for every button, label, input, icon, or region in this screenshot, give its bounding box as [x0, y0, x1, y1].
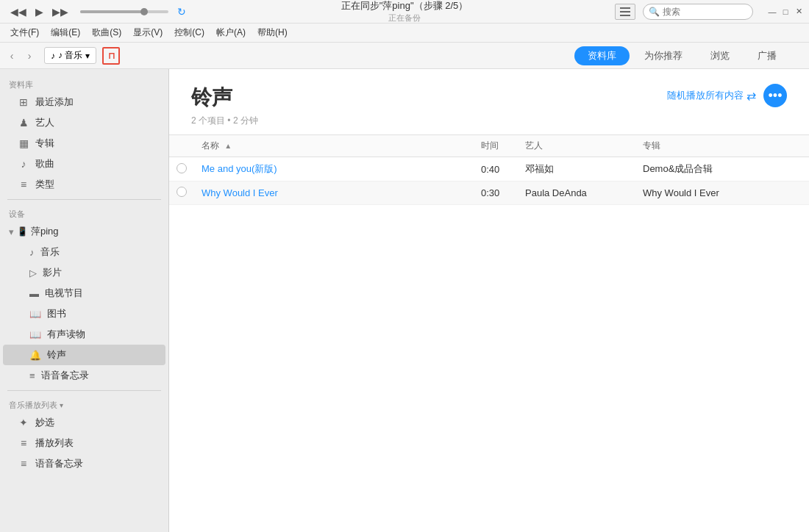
track-artist: 邓福如 [518, 157, 635, 181]
content-area: 铃声 2 个项目 • 2 分钟 随机播放所有内容 ⇄ ••• 名称 [169, 69, 809, 532]
sidebar-item-voice-playlist-label: 语音备忘录 [35, 457, 83, 470]
progress-knob [140, 8, 148, 15]
sub-voicememos-icon: ≡ [29, 370, 35, 381]
track-checkbox[interactable] [177, 163, 187, 173]
track-time: 0:40 [474, 157, 518, 181]
sidebar-item-songs-label: 歌曲 [35, 157, 54, 170]
sidebar-item-genres[interactable]: ≡ 类型 [3, 174, 165, 195]
sidebar-device[interactable]: ▾ 📱 萍ping [0, 221, 168, 242]
sidebar-sub-movies[interactable]: ▷ 影片 [3, 262, 165, 283]
sidebar-item-playlist-label: 播放列表 [35, 436, 74, 450]
th-album[interactable]: 专辑 [635, 135, 809, 157]
sidebar-sub-ringtones[interactable]: 🔔 铃声 [3, 345, 165, 365]
fast-forward-button[interactable]: ▶▶ [49, 4, 71, 19]
sidebar-item-albums[interactable]: ▦ 专辑 [3, 133, 165, 154]
sub-tv-icon: ▬ [29, 288, 39, 299]
nav-forward-button[interactable]: › [22, 48, 37, 63]
tab-library[interactable]: 资料库 [574, 46, 630, 65]
sidebar-sub-music-label: 音乐 [40, 245, 60, 259]
category-selector[interactable]: ♪ ♪ 音乐 ▾ [44, 47, 96, 64]
tab-browse[interactable]: 浏览 [697, 46, 743, 65]
playlist-expand-icon: ▾ [60, 401, 63, 409]
menu-control[interactable]: 控制(C) [168, 25, 210, 40]
track-name[interactable]: Why Would I Ever [202, 187, 278, 198]
track-name[interactable]: Me and you(新版) [202, 163, 277, 174]
category-dropdown-icon: ▾ [85, 51, 90, 61]
title-bar-right: 🔍 — □ ✕ [615, 4, 809, 20]
sidebar-item-genres-label: 类型 [35, 178, 54, 191]
track-album: Why Would I Ever [635, 181, 809, 205]
menu-edit[interactable]: 编辑(E) [45, 25, 86, 40]
sidebar-item-genius-label: 妙选 [35, 416, 54, 429]
track-album: Demo&成品合辑 [635, 157, 809, 181]
sidebar-divider-1 [7, 199, 161, 200]
content-header-right: 随机播放所有内容 ⇄ ••• [667, 84, 787, 107]
close-button[interactable]: ✕ [793, 6, 805, 18]
more-button[interactable]: ••• [763, 84, 787, 107]
main-layout: 资料库 ⊞ 最近添加 ♟ 艺人 ▦ 专辑 ♪ 歌曲 ≡ 类型 设备 ▾ 📱 萍p… [0, 69, 809, 532]
tab-recommended[interactable]: 为你推荐 [631, 46, 696, 65]
sidebar-item-artists[interactable]: ♟ 艺人 [3, 112, 165, 133]
list-view-button[interactable] [615, 4, 635, 20]
sort-arrow-icon: ▲ [224, 142, 232, 150]
sidebar-sub-audiobooks-label: 有声读物 [47, 328, 85, 341]
sync-subtitle: 正在备份 [341, 12, 468, 24]
menu-help[interactable]: 帮助(H) [252, 25, 293, 40]
artists-icon: ♟ [18, 117, 29, 129]
sidebar-sub-audiobooks[interactable]: 📖 有声读物 [3, 324, 165, 345]
sub-audiobooks-icon: 📖 [29, 329, 41, 340]
progress-bar[interactable] [80, 10, 168, 13]
sync-status: 正在同步"萍ping"（步骤 2/5） 正在备份 [341, 0, 468, 24]
progress-fill [80, 10, 142, 13]
albums-icon: ▦ [18, 137, 29, 149]
sync-title: 正在同步"萍ping"（步骤 2/5） [341, 0, 468, 12]
sidebar-item-songs[interactable]: ♪ 歌曲 [3, 154, 165, 174]
songs-icon: ♪ [18, 158, 29, 170]
minimize-button[interactable]: — [766, 6, 778, 18]
menu-bar: 文件(F) 编辑(E) 歌曲(S) 显示(V) 控制(C) 帐户(A) 帮助(H… [0, 24, 809, 43]
sidebar-item-playlist[interactable]: ≡ 播放列表 [3, 433, 165, 453]
page-subtitle: 2 个项目 • 2 分钟 [191, 115, 258, 127]
sidebar-item-genius[interactable]: ✦ 妙选 [3, 412, 165, 433]
nav-bar: ‹ › ♪ ♪ 音乐 ▾ ⊓ 资料库 为你推荐 浏览 广播 [0, 43, 809, 69]
rewind-button[interactable]: ◀◀ [7, 4, 29, 19]
sidebar-sub-tv-label: 电视节目 [45, 287, 83, 300]
recent-icon: ⊞ [18, 96, 29, 108]
search-container: 🔍 [643, 4, 765, 20]
track-artist: Paula DeAnda [518, 181, 635, 205]
sync-button-icon: ⊓ [108, 51, 115, 61]
sidebar-sub-tv[interactable]: ▬ 电视节目 [3, 283, 165, 303]
th-artist[interactable]: 艺人 [518, 135, 635, 157]
voice-playlist-icon: ≡ [18, 458, 29, 470]
list-view-icon [620, 7, 630, 16]
tab-radio[interactable]: 广播 [744, 46, 790, 65]
th-name[interactable]: 名称 ▲ [194, 135, 474, 157]
table-row[interactable]: Me and you(新版) 0:40 邓福如 Demo&成品合辑 [169, 157, 809, 181]
track-time: 0:30 [474, 181, 518, 205]
track-table-header: 名称 ▲ 时间 艺人 专辑 [169, 135, 809, 157]
sidebar-sub-voicememos[interactable]: ≡ 语音备忘录 [3, 365, 165, 386]
track-checkbox[interactable] [177, 187, 187, 197]
th-time[interactable]: 时间 [474, 135, 518, 157]
sidebar-item-voice-playlist[interactable]: ≡ 语音备忘录 [3, 453, 165, 474]
table-row[interactable]: Why Would I Ever 0:30 Paula DeAnda Why W… [169, 181, 809, 205]
sub-movies-icon: ▷ [29, 267, 37, 278]
play-button[interactable]: ▶ [32, 4, 46, 19]
menu-song[interactable]: 歌曲(S) [86, 25, 127, 40]
menu-file[interactable]: 文件(F) [4, 25, 45, 40]
sidebar-sub-voicememos-label: 语音备忘录 [41, 369, 89, 382]
nav-back-button[interactable]: ‹ [4, 48, 19, 63]
sidebar-divider-2 [7, 390, 161, 391]
sub-music-icon: ♪ [29, 247, 35, 258]
sidebar-item-recent[interactable]: ⊞ 最近添加 [3, 92, 165, 112]
content-header: 铃声 2 个项目 • 2 分钟 随机播放所有内容 ⇄ ••• [169, 69, 809, 134]
sidebar-sub-books-label: 图书 [47, 307, 66, 320]
maximize-button[interactable]: □ [780, 6, 791, 18]
sync-icon-button[interactable]: ⊓ [102, 47, 120, 65]
sidebar-sub-music[interactable]: ♪ 音乐 [3, 242, 165, 262]
sub-books-icon: 📖 [29, 309, 41, 320]
shuffle-button[interactable]: 随机播放所有内容 ⇄ [667, 89, 756, 103]
menu-view[interactable]: 显示(V) [127, 25, 168, 40]
sidebar-sub-books[interactable]: 📖 图书 [3, 303, 165, 324]
menu-account[interactable]: 帐户(A) [210, 25, 252, 40]
